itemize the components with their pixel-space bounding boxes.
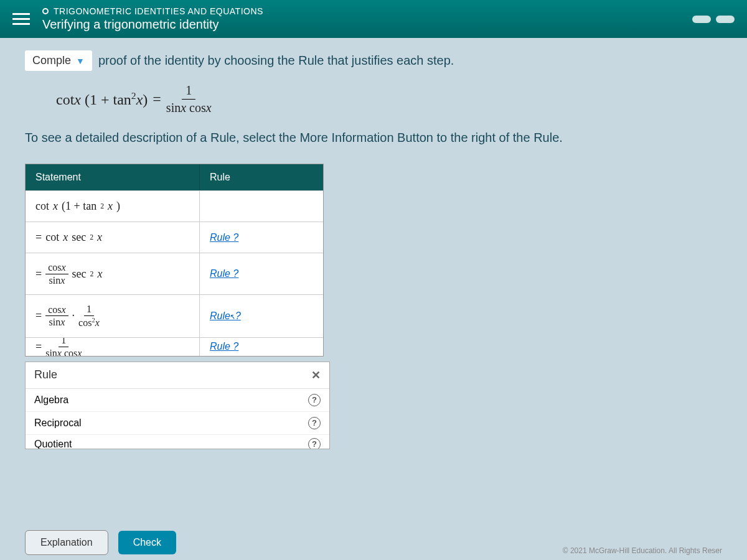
rule-cell: Rule↖? xyxy=(200,295,323,337)
menu-icon[interactable] xyxy=(12,13,30,25)
table-row: = cosxsinx · 1cos2x Rule↖? xyxy=(26,294,323,337)
category-label: TRIGONOMETRIC IDENTITIES AND EQUATIONS xyxy=(42,6,263,16)
top-bar: TRIGONOMETRIC IDENTITIES AND EQUATIONS V… xyxy=(0,0,747,38)
header-text: TRIGONOMETRIC IDENTITIES AND EQUATIONS V… xyxy=(42,6,263,32)
rule-select[interactable]: Rule ? xyxy=(210,268,238,279)
dropdown-item-reciprocal[interactable]: Reciprocal ? xyxy=(26,412,329,435)
more-info-icon[interactable]: ? xyxy=(308,394,321,406)
copyright-text: © 2021 McGraw-Hill Education. All Rights… xyxy=(563,546,722,555)
close-icon[interactable]: ✕ xyxy=(311,368,321,382)
dropdown-item-label: Reciprocal xyxy=(34,418,82,429)
more-info-icon[interactable]: ? xyxy=(308,438,321,449)
instruction-text: proof of the identity by choosing the Ru… xyxy=(98,54,454,68)
statement-cell: cotx (1 + tan2x) xyxy=(26,191,200,222)
rule-cell: Rule ? xyxy=(200,222,323,253)
topbar-controls xyxy=(692,16,735,23)
table-row: cotx (1 + tan2x) xyxy=(26,190,323,222)
fraction-denominator: sinx cosx xyxy=(166,100,212,115)
category-text: TRIGONOMETRIC IDENTITIES AND EQUATIONS xyxy=(54,6,263,16)
instruction: Comple ▼ proof of the identity by choosi… xyxy=(25,50,722,71)
chevron-down-icon: ▼ xyxy=(76,56,85,66)
table-row: = cosxsinx sec2x Rule ? xyxy=(26,253,323,294)
cursor-icon: ↖ xyxy=(229,312,235,321)
complete-dropdown[interactable]: Comple ▼ xyxy=(25,50,92,71)
identity-equation: cotx (1 + tan2x) = 1 sinx cosx xyxy=(56,83,722,115)
bottom-bar: Explanation Check © 2021 McGraw-Hill Edu… xyxy=(0,519,747,560)
rule-select[interactable]: Rule↖? xyxy=(210,310,241,322)
rule-cell xyxy=(200,191,323,222)
dropdown-item-label: Algebra xyxy=(34,394,68,406)
dropdown-item-quotient[interactable]: Quotient ? xyxy=(26,435,329,449)
rule-select[interactable]: Rule ? xyxy=(210,232,238,243)
rule-dropdown: Rule ✕ Algebra ? Reciprocal ? Quotient ? xyxy=(25,362,330,449)
equals-sign: = xyxy=(153,91,161,108)
rule-cell: Rule ? xyxy=(200,338,323,356)
complete-label: Comple xyxy=(32,54,71,67)
detail-instruction: To see a detailed description of a Rule,… xyxy=(25,131,722,145)
identity-fraction: 1 sinx cosx xyxy=(166,83,212,115)
statement-cell: = cosxsinx · 1cos2x xyxy=(26,295,200,337)
statement-cell: = 1sinx cosx xyxy=(26,338,200,356)
table-row: = 1sinx cosx Rule ? xyxy=(26,337,323,356)
window-control-icon[interactable] xyxy=(692,16,711,23)
proof-header: Statement Rule xyxy=(26,164,323,190)
table-row: = cotx sec2x Rule ? xyxy=(26,222,323,253)
circle-icon xyxy=(42,8,49,14)
check-button[interactable]: Check xyxy=(118,531,176,554)
page-subtitle: Verifying a trigonometric identity xyxy=(42,17,263,32)
statement-cell: = cotx sec2x xyxy=(26,222,200,253)
more-info-icon[interactable]: ? xyxy=(308,417,321,429)
explanation-button[interactable]: Explanation xyxy=(25,530,108,555)
dropdown-item-algebra[interactable]: Algebra ? xyxy=(26,389,329,412)
rule-select[interactable]: Rule ? xyxy=(210,341,238,352)
statement-cell: = cosxsinx sec2x xyxy=(26,253,200,294)
rule-header: Rule xyxy=(200,164,323,190)
fraction-numerator: 1 xyxy=(182,83,195,100)
dropdown-item-label: Quotient xyxy=(34,439,72,449)
dropdown-header: Rule ✕ xyxy=(26,362,329,389)
dropdown-title: Rule xyxy=(34,368,57,381)
main-content: Comple ▼ proof of the identity by choosi… xyxy=(0,38,747,462)
statement-header: Statement xyxy=(26,164,200,190)
proof-table: Statement Rule cotx (1 + tan2x) = cotx s… xyxy=(25,164,324,357)
rule-cell: Rule ? xyxy=(200,253,323,294)
identity-left: cotx (1 + tan2x) xyxy=(56,90,148,108)
window-control-icon[interactable] xyxy=(716,16,735,23)
